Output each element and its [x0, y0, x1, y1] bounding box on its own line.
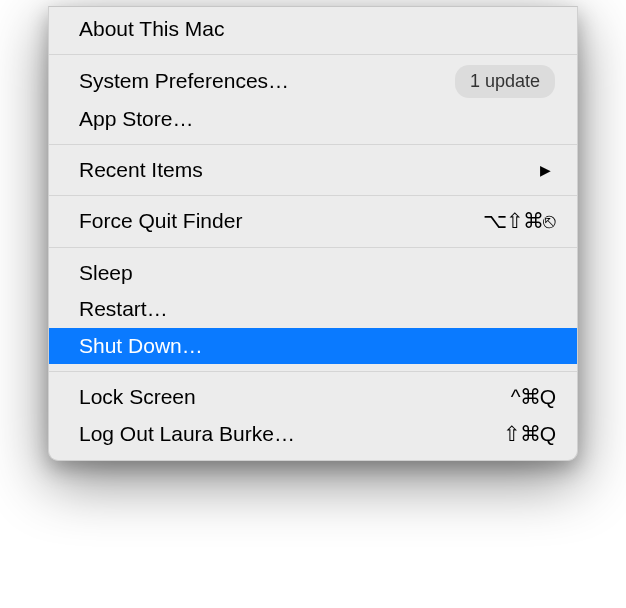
system-preferences-item[interactable]: System Preferences… 1 update	[49, 62, 577, 100]
menu-label: Restart…	[79, 294, 168, 324]
menu-label: Sleep	[79, 258, 133, 288]
shortcut-label: ⌥⇧⌘⎋	[483, 206, 555, 236]
app-store-item[interactable]: App Store…	[49, 101, 577, 137]
sleep-item[interactable]: Sleep	[49, 255, 577, 291]
menu-label: Recent Items	[79, 155, 203, 185]
menu-separator	[49, 144, 577, 145]
update-badge: 1 update	[455, 65, 555, 97]
shortcut-label: ^⌘Q	[511, 382, 555, 412]
recent-items-item[interactable]: Recent Items ▶	[49, 152, 577, 188]
menu-separator	[49, 247, 577, 248]
menu-label: Shut Down…	[79, 331, 203, 361]
menu-separator	[49, 371, 577, 372]
shut-down-item[interactable]: Shut Down…	[49, 328, 577, 364]
menu-label: Log Out Laura Burke…	[79, 419, 295, 449]
menu-separator	[49, 195, 577, 196]
shortcut-label: ⇧⌘Q	[503, 419, 555, 449]
menu-separator	[49, 54, 577, 55]
apple-menu: About This Mac System Preferences… 1 upd…	[48, 6, 578, 461]
about-this-mac-item[interactable]: About This Mac	[49, 11, 577, 47]
log-out-item[interactable]: Log Out Laura Burke… ⇧⌘Q	[49, 416, 577, 452]
menu-label: About This Mac	[79, 14, 225, 44]
lock-screen-item[interactable]: Lock Screen ^⌘Q	[49, 379, 577, 415]
force-quit-item[interactable]: Force Quit Finder ⌥⇧⌘⎋	[49, 203, 577, 239]
menu-label: App Store…	[79, 104, 193, 134]
submenu-arrow-icon: ▶	[540, 160, 551, 180]
menu-label: Force Quit Finder	[79, 206, 242, 236]
restart-item[interactable]: Restart…	[49, 291, 577, 327]
menu-label: System Preferences…	[79, 66, 289, 96]
menu-label: Lock Screen	[79, 382, 196, 412]
